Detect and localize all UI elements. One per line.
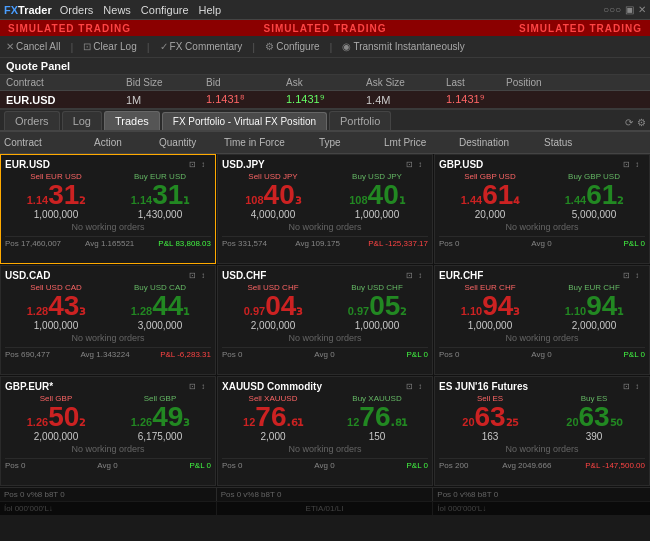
fx-icon-2[interactable]: ↕ [635, 382, 645, 392]
bottom-center: ETIA/01/LI [217, 502, 434, 515]
fx-no-orders: No working orders [222, 444, 428, 454]
transmit-button[interactable]: ◉ Transmit Instantaneously [342, 41, 464, 52]
orders-col-action: Action [94, 137, 159, 148]
fx-icon-2[interactable]: ↕ [418, 382, 428, 392]
menu-orders[interactable]: Orders [60, 4, 94, 16]
fx-buy-col[interactable]: Buy USD CAD 1.28 44 ₁ 3,000,000 [109, 283, 211, 331]
tab-log[interactable]: Log [62, 111, 102, 130]
fx-icon-1[interactable]: ⊡ [406, 382, 416, 392]
fx-sell-col[interactable]: Sell EUR USD 1.14 31 ₂ 1,000,000 [5, 172, 107, 220]
fx-icon-1[interactable]: ⊡ [623, 271, 633, 281]
tab-portfolio[interactable]: Portfolio [329, 111, 391, 130]
fx-buy-col[interactable]: Buy GBP USD 1.44 61 ₂ 5,000,000 [543, 172, 645, 220]
quote-data-row[interactable]: EUR.USD 1M 1.1431⁸ 1.1431⁹ 1.4M 1.1431⁹ [0, 91, 650, 109]
tab-fx-portfolio[interactable]: FX Portfolio - Virtual FX Position [162, 112, 327, 130]
fx-cell-xauusd-commodity[interactable]: XAUUSD Commodity ⊡ ↕ Sell XAUUSD 12 76 .… [217, 376, 433, 486]
orders-table-header: Contract Action Quantity Time in Force T… [0, 132, 650, 154]
configure-button[interactable]: ⚙ Configure [265, 41, 319, 52]
fx-icon-1[interactable]: ⊡ [623, 382, 633, 392]
fx-prices: Sell EUR CHF 1.10 94 ₃ 1,000,000 Buy EUR… [439, 283, 645, 331]
fx-avg: Avg 0 [314, 461, 334, 470]
fx-buy-super: ₂ [617, 191, 623, 207]
fx-sell-super: ₂₅ [506, 413, 518, 429]
fx-sell-int: 1.14 [27, 194, 48, 206]
fx-pos-bar: Pos 0 Avg 0 P&L 0 [222, 458, 428, 470]
col-ask: Ask [286, 77, 366, 88]
fx-icon-1[interactable]: ⊡ [189, 160, 199, 170]
fx-sell-col[interactable]: Sell GBP USD 1.44 61 ₄ 20,000 [439, 172, 541, 220]
fx-sell-col[interactable]: Sell USD CHF 0.97 04 ₃ 2,000,000 [222, 283, 324, 331]
fx-buy-col[interactable]: Buy USD CHF 0.97 05 ₂ 1,000,000 [326, 283, 428, 331]
fx-cell-gbp-usd[interactable]: GBP.USD ⊡ ↕ Sell GBP USD 1.44 61 ₄ 20,00… [434, 154, 650, 264]
fx-icon-1[interactable]: ⊡ [189, 382, 199, 392]
fx-icon-2[interactable]: ↕ [635, 271, 645, 281]
fx-sell-col[interactable]: Sell ES 20 63 ₂₅ 163 [439, 394, 541, 442]
fx-sell-int: 1.44 [461, 194, 482, 206]
fx-icon-1[interactable]: ⊡ [189, 271, 199, 281]
menu-news[interactable]: News [103, 4, 131, 16]
fx-buy-col[interactable]: Buy XAUUSD 12 76 .₈₁ 150 [326, 394, 428, 442]
fx-buy-price: 1.44 61 ₂ [543, 181, 645, 209]
fx-buy-big: 49 [152, 403, 183, 431]
fx-pair-label: ES JUN'16 Futures [439, 381, 528, 392]
fx-no-orders: No working orders [439, 333, 645, 343]
fx-commentary-button[interactable]: ✓ FX Commentary [160, 41, 243, 52]
fx-sell-col[interactable]: Sell GBP 1.26 50 ₂ 2,000,000 [5, 394, 107, 442]
fx-cell-eur-chf[interactable]: EUR.CHF ⊡ ↕ Sell EUR CHF 1.10 94 ₃ 1,000… [434, 265, 650, 375]
fx-pair-label: GBP.EUR* [5, 381, 53, 392]
fx-icon-1[interactable]: ⊡ [406, 271, 416, 281]
fx-icon-2[interactable]: ↕ [201, 271, 211, 281]
fx-sell-col[interactable]: Sell USD JPY 108 40 ₃ 4,000,000 [222, 172, 324, 220]
fx-icon-2[interactable]: ↕ [201, 160, 211, 170]
fx-buy-int: 12 [347, 416, 359, 428]
fx-icon-2[interactable]: ↕ [635, 160, 645, 170]
clear-log-button[interactable]: ⊡ Clear Log [83, 41, 136, 52]
tab-trades[interactable]: Trades [104, 111, 160, 130]
fx-sell-qty: 4,000,000 [222, 209, 324, 220]
fx-buy-big: 61 [586, 181, 617, 209]
fx-icon-1[interactable]: ⊡ [623, 160, 633, 170]
fx-buy-col[interactable]: Buy USD JPY 108 40 ₁ 1,000,000 [326, 172, 428, 220]
fx-icon-2[interactable]: ↕ [418, 271, 428, 281]
fx-cell-eur-usd[interactable]: EUR.USD ⊡ ↕ Sell EUR USD 1.14 31 ₂ 1,000… [0, 154, 216, 264]
fx-cell-usd-cad[interactable]: USD.CAD ⊡ ↕ Sell USD CAD 1.28 43 ₃ 1,000… [0, 265, 216, 375]
fx-buy-int: 1.44 [565, 194, 586, 206]
fx-pnl: P&L -6,283.31 [160, 350, 211, 359]
fx-buy-super: ₅₀ [610, 413, 622, 429]
fx-sell-col[interactable]: Sell USD CAD 1.28 43 ₃ 1,000,000 [5, 283, 107, 331]
menu-help[interactable]: Help [199, 4, 222, 16]
fx-buy-col[interactable]: Sell GBP 1.26 49 ₃ 6,175,000 [109, 394, 211, 442]
orders-col-time-force: Time in Force [224, 137, 319, 148]
fx-icon-2[interactable]: ↕ [418, 160, 428, 170]
orders-col-type: Type [319, 137, 384, 148]
fx-buy-col[interactable]: Buy EUR USD 1.14 31 ₁ 1,430,000 [109, 172, 211, 220]
fx-pos: Pos 17,460,007 [5, 239, 61, 248]
fx-prices: Sell XAUUSD 12 76 .₆₁ 2,000 Buy XAUUSD 1… [222, 394, 428, 442]
menu-configure[interactable]: Configure [141, 4, 189, 16]
fx-sell-col[interactable]: Sell XAUUSD 12 76 .₆₁ 2,000 [222, 394, 324, 442]
fx-cell-usd-chf[interactable]: USD.CHF ⊡ ↕ Sell USD CHF 0.97 04 ₃ 2,000… [217, 265, 433, 375]
fx-buy-col[interactable]: Buy ES 20 63 ₅₀ 390 [543, 394, 645, 442]
fx-cell-usd-jpy[interactable]: USD.JPY ⊡ ↕ Sell USD JPY 108 40 ₃ 4,000,… [217, 154, 433, 264]
fx-buy-col[interactable]: Buy EUR CHF 1.10 94 ₁ 2,000,000 [543, 283, 645, 331]
col-bid-size: Bid Size [126, 77, 206, 88]
fx-cell-es-jun-16-futures[interactable]: ES JUN'16 Futures ⊡ ↕ Sell ES 20 63 ₂₅ 1… [434, 376, 650, 486]
fx-icon-1[interactable]: ⊡ [406, 160, 416, 170]
fx-buy-qty: 1,430,000 [109, 209, 211, 220]
fx-pos-bar: Pos 331,574 Avg 109.175 P&L -125,337.17 [222, 236, 428, 248]
fx-pnl: P&L 83,808.03 [158, 239, 211, 248]
fx-avg: Avg 0 [97, 461, 117, 470]
fx-no-orders: No working orders [5, 222, 211, 232]
fx-sell-super: ₃ [295, 191, 301, 207]
fx-cell-gbp-eur-[interactable]: GBP.EUR* ⊡ ↕ Sell GBP 1.26 50 ₂ 2,000,00… [0, 376, 216, 486]
fx-pos-bar: Pos 0 Avg 0 P&L 0 [5, 458, 211, 470]
tab-orders[interactable]: Orders [4, 111, 60, 130]
fx-header: EUR.CHF ⊡ ↕ [439, 270, 645, 281]
settings-icon[interactable]: ⚙ [637, 117, 646, 128]
cancel-all-button[interactable]: ✕ Cancel All [6, 41, 60, 52]
fx-no-orders: No working orders [5, 444, 211, 454]
col-ask-size: Ask Size [366, 77, 446, 88]
fx-icon-2[interactable]: ↕ [201, 382, 211, 392]
refresh-icon[interactable]: ⟳ [625, 117, 633, 128]
fx-sell-col[interactable]: Sell EUR CHF 1.10 94 ₃ 1,000,000 [439, 283, 541, 331]
